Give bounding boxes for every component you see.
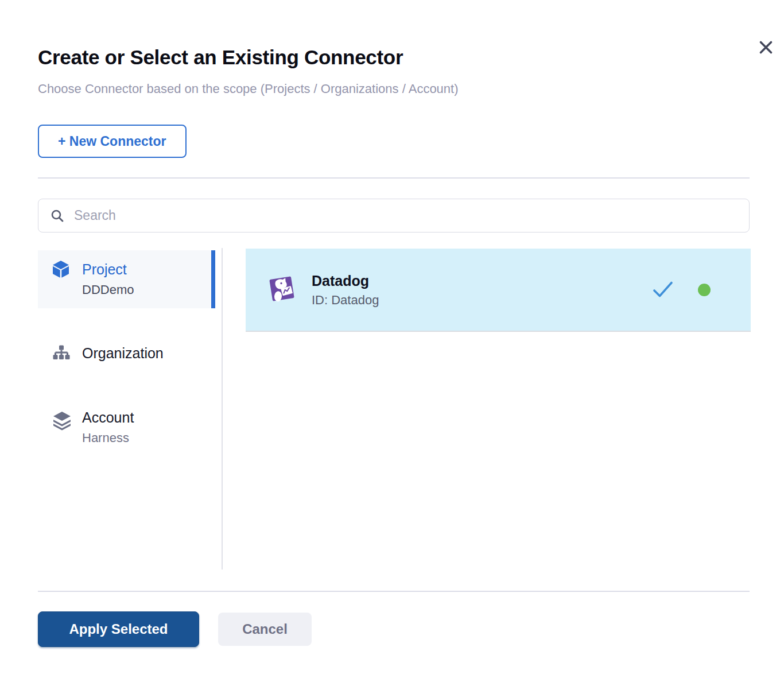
status-connected-dot [698,284,711,296]
search-input[interactable] [74,208,738,223]
cancel-button[interactable]: Cancel [218,613,312,646]
datadog-logo-icon [266,273,298,307]
connector-name: Datadog [312,271,379,290]
connector-id: ID: Datadog [312,292,379,309]
selected-check-icon [651,280,674,300]
scope-tab-project[interactable]: Project DDDemo [38,250,215,308]
scope-tab-sublabel: DDDemo [82,282,207,298]
org-chart-icon [52,344,71,366]
new-connector-button[interactable]: + New Connector [38,125,187,158]
scope-tab-organization[interactable]: Organization [38,336,215,385]
footer-divider [38,591,750,592]
apply-selected-button[interactable]: Apply Selected [38,611,199,647]
search-icon [50,208,65,223]
close-icon [758,40,774,55]
scope-tab-sublabel: Harness [82,430,207,446]
scope-tab-account[interactable]: Account Harness [38,401,215,455]
scope-tab-label: Account [82,408,207,427]
scope-tab-label: Organization [82,344,207,362]
scope-tab-label: Project [82,260,207,278]
cube-icon [52,260,70,281]
layers-icon [52,410,72,433]
connector-row-datadog[interactable]: Datadog ID: Datadog [246,249,751,332]
sidebar-divider [222,248,223,570]
connector-select-dialog: Create or Select an Existing Connector C… [0,0,784,674]
page-title: Create or Select an Existing Connector [38,46,403,69]
close-button[interactable] [754,36,777,59]
search-box[interactable] [38,199,750,233]
top-divider [38,177,750,179]
page-subtitle: Choose Connector based on the scope (Pro… [38,82,459,96]
active-tab-indicator [211,250,215,308]
